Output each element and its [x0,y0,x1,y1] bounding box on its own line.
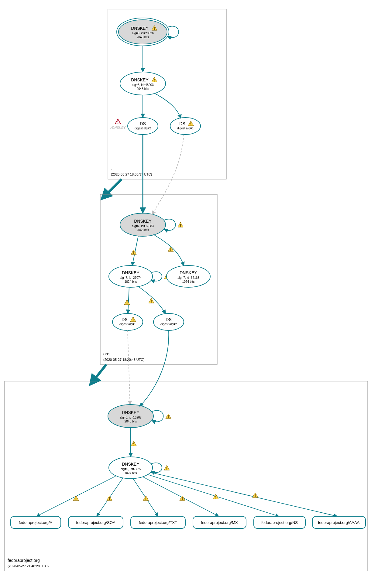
svg-text:DS: DS [166,317,171,322]
zone-root: . (2020-05-27 18:00:37 UTC) DNSKEY alg=8… [108,9,226,179]
edge-zsk-ns [147,474,279,516]
svg-text:digest alg=1: digest alg=1 [177,127,194,130]
error-icon [115,119,121,124]
warn-icon [124,300,130,305]
svg-point-17 [170,118,201,135]
node-root-ds1: DS digest alg=1 [170,118,201,135]
rr-txt: fedoraproject.org/TXT [131,516,185,528]
warn-icon [252,493,258,497]
warn-icon [143,496,149,501]
zone-root-ts: (2020-05-27 18:00:37 UTC) [111,173,152,176]
edge-root-zsk-ds1 [155,94,181,118]
svg-text:2048 bits: 2048 bits [137,87,149,91]
svg-text:digest alg=1: digest alg=1 [119,323,136,326]
node-root-ds2: DS digest alg=2 [128,118,158,135]
zone-org-ts: (2020-05-27 18:20:45 UTC) [103,358,144,361]
rr-row: fedoraproject.org/A fedoraproject.org/SO… [11,516,366,528]
svg-text:DS: DS [122,317,127,322]
node-org-ds2: DS digest alg=2 [153,313,184,330]
rr-soa: fedoraproject.org/SOA [68,516,123,528]
svg-text:fedoraproject.org/TXT: fedoraproject.org/TXT [139,520,177,525]
svg-rect-40 [5,381,368,571]
edge-orgds2-fpksk [140,330,169,406]
warn-icon [107,496,112,501]
deleg-root-org [106,179,122,194]
svg-point-37 [153,313,184,330]
svg-text:DNSKEY: DNSKEY [134,219,152,224]
svg-text:DNSKEY: DNSKEY [122,462,139,467]
node-root-zsk: DNSKEY alg=8, id=48903 2048 bits [120,72,166,95]
node-root-negative: ./DNSKEY [110,119,126,129]
node-fp-ksk: DNSKEY alg=5, id=16207 2048 bits [108,405,153,428]
edge-orgds1-fpksk [128,330,130,405]
node-org-zsk2: DNSKEY alg=7, id=62165 1024 bits [167,265,210,287]
svg-text:./DNSKEY: ./DNSKEY [110,126,126,129]
svg-text:1024 bits: 1024 bits [125,280,137,283]
svg-text:DNSKEY: DNSKEY [122,410,139,415]
node-fp-zsk: DNSKEY alg=5, id=7725 1024 bits [109,457,153,479]
svg-text:fedoraproject.org/NS: fedoraproject.org/NS [261,520,298,525]
svg-text:DNSKEY: DNSKEY [131,77,149,82]
rr-ns: fedoraproject.org/NS [254,516,305,528]
zone-root-label: . [111,166,112,171]
zone-fp: fedoraproject.org (2020-05-27 21:48:29 U… [5,330,368,571]
rr-mx: fedoraproject.org/MX [193,516,246,528]
rr-a: fedoraproject.org/A [11,516,61,528]
svg-text:alg=7, id=17883: alg=7, id=17883 [132,224,154,228]
svg-text:2048 bits: 2048 bits [137,228,149,232]
svg-text:2048 bits: 2048 bits [137,36,149,39]
svg-text:fedoraproject.org/SOA: fedoraproject.org/SOA [76,520,115,525]
svg-text:2048 bits: 2048 bits [125,420,137,423]
svg-text:fedoraproject.org/MX: fedoraproject.org/MX [201,520,238,525]
node-root-ksk: DNSKEY alg=8, id=20326 2048 bits [117,18,169,46]
svg-text:DNSKEY: DNSKEY [122,270,139,275]
svg-text:1024 bits: 1024 bits [182,280,195,283]
svg-text:1024 bits: 1024 bits [125,471,137,475]
warn-icon [166,414,171,419]
zone-org-label: org [103,351,109,356]
svg-text:digest alg=2: digest alg=2 [160,323,177,326]
svg-point-34 [112,313,143,330]
svg-text:DNSKEY: DNSKEY [180,270,197,275]
node-org-ds1: DS digest alg=1 [112,313,143,330]
svg-text:fedoraproject.org/A: fedoraproject.org/A [19,520,53,525]
edge-zsk-aaaa [150,472,337,516]
warn-icon [168,247,173,251]
zone-fp-label: fedoraproject.org [8,558,40,563]
zone-org: org (2020-05-27 18:20:45 UTC) DNSKEY alg… [100,135,217,364]
warn-icon [131,441,136,446]
warn-icon [178,222,183,227]
zone-fp-ts: (2020-05-27 21:48:29 UTC) [8,564,49,568]
dnssec-chain-diagram: . (2020-05-27 18:00:37 UTC) DNSKEY alg=8… [0,0,371,588]
svg-text:DS: DS [140,121,146,126]
warn-icon [164,465,170,470]
node-org-ksk: DNSKEY alg=7, id=17883 2048 bits [120,213,166,236]
node-org-zsk1: DNSKEY alg=7, id=27074 1024 bits [109,265,153,287]
svg-text:alg=7, id=27074: alg=7, id=27074 [120,276,142,279]
warn-icon [73,496,79,501]
deleg-org-fp [94,364,106,380]
svg-text:alg=5, id=16207: alg=5, id=16207 [120,416,142,419]
svg-point-14 [128,118,158,135]
svg-text:alg=5, id=7725: alg=5, id=7725 [121,467,141,471]
svg-text:DNSKEY: DNSKEY [131,26,149,31]
svg-text:fedoraproject.org/AAAA: fedoraproject.org/AAAA [318,520,360,525]
edge-ds1-orgksk [152,135,184,215]
svg-text:digest alg=2: digest alg=2 [135,127,151,130]
warn-icon [149,298,154,303]
rr-aaaa: fedoraproject.org/AAAA [312,516,366,528]
svg-text:alg=8, id=20326: alg=8, id=20326 [132,32,154,35]
svg-text:DS: DS [179,121,185,126]
svg-text:alg=8, id=48903: alg=8, id=48903 [132,83,154,87]
edge-zsk1-ds1 [128,287,129,313]
svg-text:alg=7, id=62165: alg=7, id=62165 [177,276,199,279]
